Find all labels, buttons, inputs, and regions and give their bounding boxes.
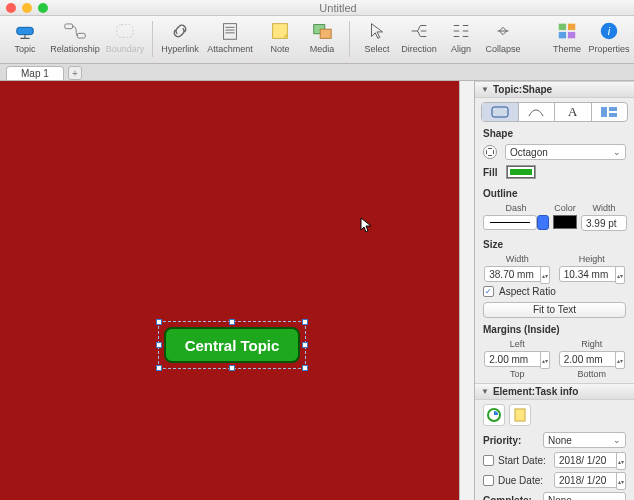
shape-select[interactable]: Octagon⌄ <box>505 144 626 160</box>
direction-button[interactable]: Direction <box>398 18 440 54</box>
outline-dash-select[interactable] <box>483 215 537 230</box>
svg-rect-11 <box>568 32 575 38</box>
boundary-button: Boundary <box>104 18 146 54</box>
canvas-area[interactable]: Central Topic <box>0 81 474 500</box>
outline-dash-dropdown-icon[interactable] <box>537 215 549 230</box>
subtab-shape[interactable] <box>482 103 519 121</box>
size-width-input[interactable]: 38.70 mm▴▾ <box>484 266 550 282</box>
svg-rect-14 <box>492 107 508 117</box>
aspect-ratio-label: Aspect Ratio <box>499 286 556 297</box>
zoom-icon[interactable] <box>38 3 48 13</box>
window-title: Untitled <box>48 2 628 14</box>
task-progress-icon[interactable] <box>483 404 505 426</box>
fill-label: Fill <box>483 167 497 178</box>
collapse-button[interactable]: Collapse <box>482 18 524 54</box>
minimize-icon[interactable] <box>22 3 32 13</box>
properties-button[interactable]: i Properties <box>588 18 630 54</box>
svg-rect-10 <box>559 32 566 38</box>
tab-map-1[interactable]: Map 1 <box>6 66 64 80</box>
complete-select[interactable]: None⌄ <box>543 492 626 500</box>
topic-button[interactable]: Topic <box>4 18 46 54</box>
fill-color-swatch[interactable] <box>507 166 535 178</box>
subtab-layout[interactable] <box>592 103 628 121</box>
central-topic-node[interactable]: Central Topic <box>164 327 300 363</box>
svg-rect-8 <box>559 24 566 30</box>
shape-label: Shape <box>483 128 513 139</box>
attachment-button[interactable]: Attachment <box>201 18 259 54</box>
start-date-checkbox[interactable] <box>483 455 494 466</box>
cursor-icon <box>360 217 372 236</box>
subtab-line[interactable] <box>519 103 556 121</box>
priority-select[interactable]: None⌄ <box>543 432 626 448</box>
theme-button[interactable]: Theme <box>546 18 588 54</box>
new-tab-button[interactable]: + <box>68 66 82 80</box>
start-date-label: Start Date: <box>498 455 550 466</box>
outline-label: Outline <box>483 188 517 199</box>
outline-color-swatch[interactable] <box>553 215 577 229</box>
svg-rect-9 <box>568 24 575 30</box>
inspector-subtabs: A <box>481 102 628 122</box>
priority-label: Priority: <box>483 435 539 446</box>
media-button[interactable]: Media <box>301 18 343 54</box>
select-button[interactable]: Select <box>356 18 398 54</box>
svg-rect-16 <box>609 107 617 111</box>
margin-right-input[interactable]: 2.00 mm▴▾ <box>559 351 625 367</box>
start-date-input[interactable]: 2018/ 1/20▴▾ <box>554 452 626 468</box>
align-button[interactable]: Align <box>440 18 482 54</box>
relationship-button[interactable]: Relationship <box>46 18 104 54</box>
svg-rect-17 <box>609 113 617 117</box>
note-button[interactable]: Note <box>259 18 301 54</box>
margin-left-input[interactable]: 2.00 mm▴▾ <box>484 351 550 367</box>
outline-width-input[interactable]: 3.99 pt <box>581 215 627 231</box>
section-topic-shape[interactable]: Topic:Shape <box>475 81 634 98</box>
shape-preview-icon <box>483 145 497 159</box>
hyperlink-button[interactable]: Hyperlink <box>159 18 201 54</box>
inspector-panel: Topic:Shape A Shape Octagon⌄ Fill Outlin… <box>474 81 634 500</box>
due-date-label: Due Date: <box>498 475 550 486</box>
aspect-ratio-checkbox[interactable]: ✓ <box>483 286 494 297</box>
svg-rect-19 <box>515 409 525 421</box>
complete-label: Complete: <box>483 495 539 501</box>
document-tabstrip: Map 1 + <box>0 64 634 81</box>
due-date-input[interactable]: 2018/ 1/20▴▾ <box>554 472 626 488</box>
vertical-scrollbar[interactable] <box>463 261 472 321</box>
svg-rect-4 <box>224 24 237 40</box>
svg-rect-3 <box>117 25 134 38</box>
fit-to-text-button[interactable]: Fit to Text <box>483 302 626 318</box>
svg-rect-2 <box>77 33 85 38</box>
task-flag-icon[interactable] <box>509 404 531 426</box>
window-controls <box>6 3 48 13</box>
subtab-text[interactable]: A <box>555 103 592 121</box>
svg-rect-7 <box>320 29 331 38</box>
central-topic-label: Central Topic <box>185 337 280 354</box>
section-element-task[interactable]: Element:Task info <box>475 383 634 400</box>
main-toolbar: Topic Relationship Boundary Hyperlink At… <box>0 16 634 64</box>
margins-label: Margins (Inside) <box>483 324 560 335</box>
svg-rect-0 <box>17 27 34 34</box>
size-label: Size <box>483 239 503 250</box>
due-date-checkbox[interactable] <box>483 475 494 486</box>
window-titlebar: Untitled <box>0 0 634 16</box>
size-height-input[interactable]: 10.34 mm▴▾ <box>559 266 625 282</box>
close-icon[interactable] <box>6 3 16 13</box>
svg-rect-15 <box>601 107 607 117</box>
svg-rect-1 <box>65 24 73 29</box>
